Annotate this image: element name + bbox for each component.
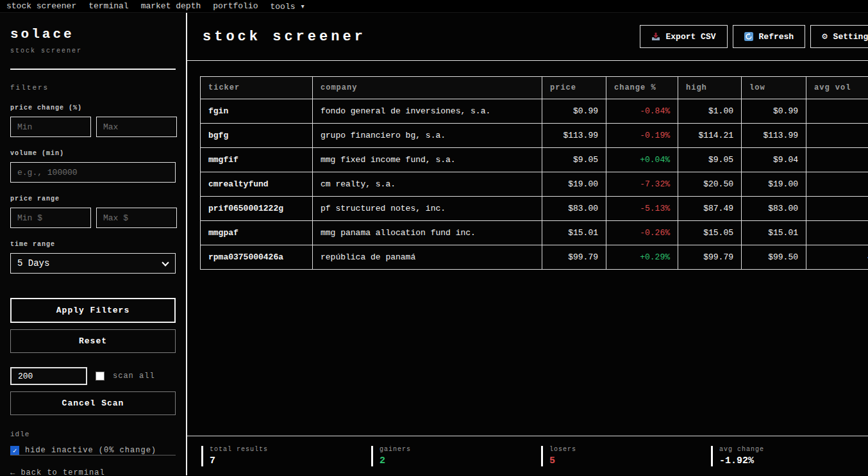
table-cell: $113.99 xyxy=(542,124,606,148)
table-cell: 1k xyxy=(806,172,868,197)
price-range-label: price range xyxy=(10,195,176,202)
table-header-row: tickercompanypricechange %highlowavg vol xyxy=(201,77,868,99)
table-cell: $83.00 xyxy=(742,197,806,221)
table-cell: $15.01 xyxy=(742,221,806,245)
table-cell: $87.49 xyxy=(678,197,742,221)
table-cell: $19.00 xyxy=(742,172,806,197)
table-cell: $0.99 xyxy=(542,99,606,124)
scan-limit-input[interactable] xyxy=(10,367,87,385)
stat-value: 2 xyxy=(380,455,541,466)
brand-title: solace xyxy=(10,27,176,42)
column-header: high xyxy=(678,77,742,99)
volume-input[interactable] xyxy=(10,162,176,183)
table-cell: $15.05 xyxy=(678,221,742,245)
price-change-min-input[interactable] xyxy=(10,117,91,137)
table-row[interactable]: prif0650001222gpf structured notes, inc.… xyxy=(201,197,868,221)
table-cell: 3k xyxy=(806,148,868,172)
table-cell: bgfg xyxy=(201,124,313,148)
main-header: stock screener Export CSV xyxy=(187,13,868,61)
table-cell: 4k xyxy=(806,197,868,221)
reset-button[interactable]: Reset xyxy=(10,329,176,353)
table-body: fginfondo general de inversiones, s.a.$0… xyxy=(201,99,868,270)
stat-value: 5 xyxy=(549,455,711,466)
nav-item-tools[interactable]: tools ▾ xyxy=(270,1,305,12)
scan-all-checkbox[interactable] xyxy=(96,372,104,381)
cancel-scan-button[interactable]: Cancel Scan xyxy=(10,391,176,415)
table-row[interactable]: mmgpafmmg panama allocation fund inc.$15… xyxy=(201,221,868,245)
nav-item-market-depth[interactable]: market depth xyxy=(141,1,201,11)
table-cell: $83.00 xyxy=(542,197,606,221)
table-cell: prif0650001222g xyxy=(201,197,313,221)
table-cell: pf structured notes, inc. xyxy=(313,197,542,221)
sidebar: solace stock screener filters price chan… xyxy=(0,13,187,475)
table-row[interactable]: rpma0375000426arepública de panamá$99.79… xyxy=(201,245,868,270)
table-row[interactable]: cmrealtyfundcm realty, s.a.$19.00-7.32%$… xyxy=(201,172,868,197)
column-header: low xyxy=(742,77,806,99)
stat-label: avg change xyxy=(719,446,868,453)
app-layout: solace stock screener filters price chan… xyxy=(0,13,868,475)
price-range-max-input[interactable] xyxy=(96,208,177,228)
refresh-label: Refresh xyxy=(759,32,794,42)
results-table: tickercompanypricechange %highlowavg vol… xyxy=(200,76,868,270)
nav-item-stock-screener[interactable]: stock screener xyxy=(6,1,76,11)
table-cell: $99.79 xyxy=(678,245,742,270)
column-header: price xyxy=(542,77,606,99)
time-range-select[interactable]: 5 Days xyxy=(10,253,176,274)
table-cell: mmg fixed income fund, s.a. xyxy=(313,148,542,172)
time-range-label: time range xyxy=(10,241,176,248)
column-header: ticker xyxy=(201,77,313,99)
stat-total-results: total results7 xyxy=(201,446,371,466)
stat-label: losers xyxy=(549,446,711,453)
table-row[interactable]: fginfondo general de inversiones, s.a.$0… xyxy=(201,99,868,124)
sidebar-divider xyxy=(10,69,176,70)
page-title: stock screener xyxy=(203,29,366,45)
table-cell: -7.32% xyxy=(606,172,678,197)
stat-label: total results xyxy=(210,446,371,453)
table-cell: 0k xyxy=(806,124,868,148)
stat-losers: losers5 xyxy=(541,446,711,466)
nav-item-portfolio[interactable]: portfolio xyxy=(213,1,258,11)
refresh-button[interactable]: Refresh xyxy=(733,25,806,48)
main-panel: stock screener Export CSV xyxy=(187,13,868,475)
stat-value: -1.92% xyxy=(719,455,868,466)
filters-heading: filters xyxy=(10,84,176,92)
top-nav: stock screenerterminalmarket depthportfo… xyxy=(0,0,868,13)
stats-bar: total results7gainers2losers5avg change-… xyxy=(187,436,868,475)
price-range-min-input[interactable] xyxy=(10,208,91,228)
inbox-tray-icon xyxy=(651,32,660,41)
apply-filters-button[interactable]: Apply Filters xyxy=(10,298,176,323)
table-cell: mmgpaf xyxy=(201,221,313,245)
table-cell: mmg panama allocation fund inc. xyxy=(313,221,542,245)
export-csv-label: Export CSV xyxy=(666,32,716,42)
brand-subtitle: stock screener xyxy=(10,47,176,54)
table-cell: 3k xyxy=(806,221,868,245)
table-cell: $99.79 xyxy=(542,245,606,270)
volume-label: volume (min) xyxy=(10,150,176,157)
export-csv-button[interactable]: Export CSV xyxy=(640,25,728,48)
table-cell: -0.84% xyxy=(606,99,678,124)
table-cell: fondo general de inversiones, s.a. xyxy=(313,99,542,124)
hide-inactive-checkbox[interactable]: ✓ xyxy=(10,446,19,455)
column-header: company xyxy=(313,77,542,99)
table-cell: $113.99 xyxy=(742,124,806,148)
table-cell: $15.01 xyxy=(542,221,606,245)
nav-item-terminal[interactable]: terminal xyxy=(88,1,128,11)
table-cell: 402k xyxy=(806,99,868,124)
price-change-max-input[interactable] xyxy=(96,117,177,137)
table-cell: $19.00 xyxy=(542,172,606,197)
table-row[interactable]: bgfggrupo financiero bg, s.a.$113.99-0.1… xyxy=(201,124,868,148)
table-cell: república de panamá xyxy=(313,245,542,270)
table-cell: cm realty, s.a. xyxy=(313,172,542,197)
table-cell: +0.04% xyxy=(606,148,678,172)
table-row[interactable]: mmgfifmmg fixed income fund, s.a.$9.05+0… xyxy=(201,148,868,172)
toolbar: Export CSV Refresh ⚙ Settings xyxy=(640,25,868,48)
stat-value: 7 xyxy=(210,455,371,466)
settings-button[interactable]: ⚙ Settings xyxy=(810,25,868,48)
table-cell: $1.00 xyxy=(678,99,742,124)
stat-avg-change: avg change-1.92% xyxy=(711,446,868,466)
refresh-icon xyxy=(744,32,753,41)
price-change-label: price change (%) xyxy=(10,104,176,111)
back-to-terminal-link[interactable]: ← back to terminal xyxy=(10,455,176,476)
table-cell: $9.05 xyxy=(678,148,742,172)
table-cell: 4333k xyxy=(806,245,868,270)
